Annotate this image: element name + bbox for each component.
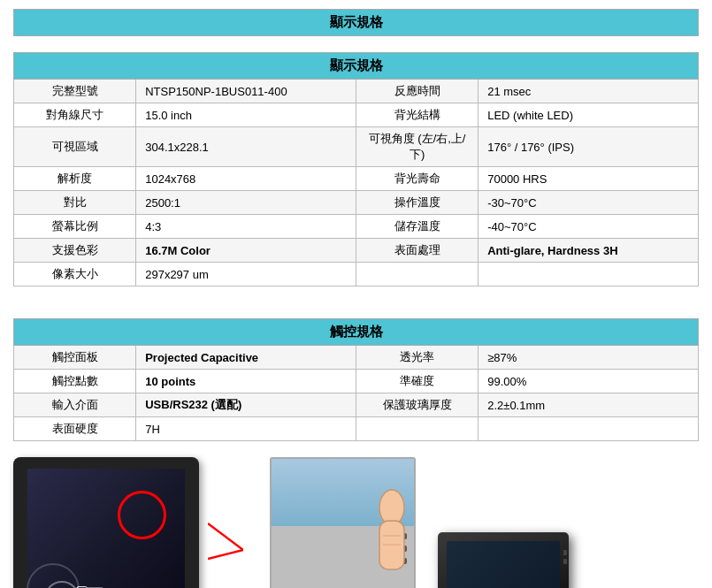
value-color: 16.7M Color: [136, 239, 356, 263]
label-contrast: 對比: [14, 191, 136, 215]
zoom-arrow-svg: [208, 506, 243, 588]
label-op-temp: 操作溫度: [356, 191, 478, 215]
label-response: 反應時間: [356, 80, 478, 103]
images-row: ☞: [13, 457, 699, 588]
profile-image-container: [438, 532, 570, 588]
label-viewing-angle: 可視角度 (左/右,上/下): [356, 127, 478, 167]
monitor-image: ☞: [13, 457, 208, 588]
label-empty1: [356, 263, 478, 286]
label-model: 完整型號: [14, 80, 136, 103]
value-backlight-type: LED (white LED): [478, 103, 699, 127]
label-aspect: 螢幕比例: [14, 215, 136, 239]
value-op-temp: -30~70°C: [478, 191, 699, 215]
svg-line-1: [208, 550, 243, 559]
table-row: 螢幕比例 4:3 儲存溫度 -40~70°C: [14, 215, 699, 239]
table-row: 觸控面板 Projected Capacitive 透光率 ≥87%: [14, 346, 699, 370]
value-pixel: 297x297 um: [136, 263, 356, 286]
label-visible-area: 可視區域: [14, 127, 136, 167]
label-backlight-type: 背光結構: [356, 103, 478, 127]
table-row: 觸控點數 10 points 準確度 99.00%: [14, 370, 699, 393]
table-row: 支援色彩 16.7M Color 表面處理 Anti-glare, Hardne…: [14, 239, 699, 263]
finger-svg: [343, 472, 416, 587]
value-contrast: 2500:1: [136, 191, 356, 215]
label-touch-panel: 觸控面板: [14, 346, 136, 370]
table-row: 對比 2500:1 操作溫度 -30~70°C: [14, 191, 699, 215]
table-row: 完整型號 NTSP150NP-1BUS011-400 反應時間 21 msec: [14, 80, 699, 103]
label-empty2: [356, 417, 478, 441]
svg-line-0: [208, 523, 243, 550]
profile-body: [438, 532, 569, 588]
value-backlight-life: 70000 HRS: [478, 167, 699, 191]
value-visible-area: 304.1x228.1: [136, 127, 356, 167]
table-row: 輸入介面 USB/RS232 (選配) 保護玻璃厚度 2.2±0.1mm: [14, 393, 699, 417]
touch-spec-title: 觸控規格: [14, 319, 699, 346]
profile-box: [438, 532, 570, 588]
label-storage-temp: 儲存溫度: [356, 215, 478, 239]
label-interface: 輸入介面: [14, 393, 136, 417]
hand-cursor-icon: ☞: [73, 573, 107, 588]
value-touch-panel: Projected Capacitive: [136, 346, 356, 370]
label-pixel: 像素大小: [14, 263, 136, 286]
table-row: 表面硬度 7H: [14, 417, 699, 441]
label-resolution: 解析度: [14, 167, 136, 191]
table-row: 可視區域 304.1x228.1 可視角度 (左/右,上/下) 176° / 1…: [14, 127, 699, 167]
port-2: [563, 559, 567, 564]
label-accuracy: 準確度: [356, 370, 478, 393]
zoomed-touch-image: [270, 457, 425, 588]
value-empty1: [478, 263, 699, 286]
product-images-section: ☞: [13, 457, 699, 588]
value-response: 21 msec: [478, 80, 699, 103]
value-model: NTSP150NP-1BUS011-400: [136, 80, 356, 103]
value-viewing-angle: 176° / 176° (IPS): [478, 127, 699, 167]
side-ports: [563, 550, 567, 564]
touch-spec-table: 觸控規格 觸控面板 Projected Capacitive 透光率 ≥87% …: [13, 318, 699, 441]
value-interface: USB/RS232 (選配): [136, 393, 356, 417]
zoomed-box: [270, 457, 416, 588]
value-resolution: 1024x768: [136, 167, 356, 191]
profile-screen: [447, 541, 560, 588]
label-transmittance: 透光率: [356, 346, 478, 370]
value-hardness: 7H: [136, 417, 356, 441]
label-glass-thickness: 保護玻璃厚度: [356, 393, 478, 417]
value-transmittance: ≥87%: [478, 346, 699, 370]
display-spec-title2: 顯示規格: [14, 53, 699, 80]
value-diagonal: 15.0 inch: [136, 103, 356, 127]
zoom-arrow-container: [208, 457, 243, 588]
label-touch-points: 觸控點數: [14, 370, 136, 393]
svg-point-2: [379, 490, 404, 525]
display-spec-data-table: 顯示規格 完整型號 NTSP150NP-1BUS011-400 反應時間 21 …: [13, 52, 699, 286]
value-aspect: 4:3: [136, 215, 356, 239]
label-hardness: 表面硬度: [14, 417, 136, 441]
value-storage-temp: -40~70°C: [478, 215, 699, 239]
value-touch-points: 10 points: [136, 370, 356, 393]
table-row: 對角線尺寸 15.0 inch 背光結構 LED (white LED): [14, 103, 699, 127]
label-diagonal: 對角線尺寸: [14, 103, 136, 127]
display-spec-title: 顯示規格: [14, 10, 699, 36]
value-accuracy: 99.00%: [478, 370, 699, 393]
label-color: 支援色彩: [14, 239, 136, 263]
table-row: 解析度 1024x768 背光壽命 70000 HRS: [14, 167, 699, 191]
table-row: 像素大小 297x297 um: [14, 263, 699, 286]
value-empty2: [478, 417, 699, 441]
zoom-indicator-circle: [118, 491, 166, 539]
label-surface: 表面處理: [356, 239, 478, 263]
port-1: [563, 550, 567, 555]
display-spec-table: 顯示規格: [13, 9, 699, 36]
value-surface: Anti-glare, Hardness 3H: [478, 239, 699, 263]
label-backlight-life: 背光壽命: [356, 167, 478, 191]
value-glass-thickness: 2.2±0.1mm: [478, 393, 699, 417]
